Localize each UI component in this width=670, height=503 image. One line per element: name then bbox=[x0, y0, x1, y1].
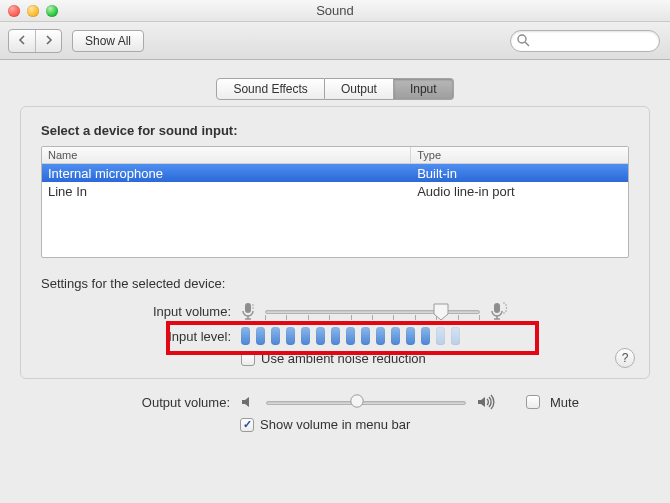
level-segment bbox=[331, 327, 340, 345]
tab-bar: Sound Effects Output Input bbox=[20, 78, 650, 100]
input-pane: Select a device for sound input: Name Ty… bbox=[20, 106, 650, 379]
output-volume-row: Output volume: Mute bbox=[40, 393, 630, 411]
device-table-header: Name Type bbox=[42, 147, 628, 164]
input-level-meter bbox=[241, 327, 460, 345]
microphone-low-icon bbox=[241, 301, 255, 321]
device-name: Internal microphone bbox=[42, 166, 411, 181]
window-title: Sound bbox=[0, 3, 670, 18]
microphone-high-icon bbox=[490, 301, 508, 321]
toolbar: Show All bbox=[0, 22, 670, 60]
device-settings-label: Settings for the selected device: bbox=[41, 276, 629, 291]
level-segment bbox=[391, 327, 400, 345]
column-type[interactable]: Type bbox=[411, 147, 628, 163]
forward-button[interactable] bbox=[35, 30, 61, 52]
level-segment bbox=[406, 327, 415, 345]
footer: Output volume: Mute bbox=[20, 393, 650, 432]
speaker-high-icon bbox=[476, 394, 496, 410]
search-field-wrapper bbox=[510, 30, 660, 52]
svg-point-0 bbox=[518, 35, 526, 43]
level-segment bbox=[301, 327, 310, 345]
search-input[interactable] bbox=[510, 30, 660, 52]
help-button[interactable]: ? bbox=[615, 348, 635, 368]
menubar-volume-row: Show volume in menu bar bbox=[240, 417, 630, 432]
svg-point-13 bbox=[505, 310, 506, 311]
tab-output[interactable]: Output bbox=[325, 78, 394, 100]
level-segment bbox=[241, 327, 250, 345]
tab-input[interactable]: Input bbox=[394, 78, 454, 100]
input-volume-row: Input volume: bbox=[41, 301, 629, 321]
ambient-noise-row: Use ambient noise reduction bbox=[241, 351, 629, 366]
svg-point-5 bbox=[252, 304, 253, 305]
device-name: Line In bbox=[42, 184, 411, 199]
svg-line-1 bbox=[525, 42, 529, 46]
device-row[interactable]: Line In Audio line-in port bbox=[42, 182, 628, 200]
svg-point-6 bbox=[252, 307, 253, 308]
svg-rect-7 bbox=[494, 303, 500, 313]
svg-point-10 bbox=[503, 302, 504, 303]
input-volume-label: Input volume: bbox=[41, 304, 241, 319]
device-table: Name Type Internal microphone Built-in L… bbox=[41, 146, 629, 258]
chevron-left-icon bbox=[17, 35, 27, 45]
speaker-low-icon bbox=[240, 394, 256, 410]
search-icon bbox=[517, 34, 530, 50]
titlebar: Sound bbox=[0, 0, 670, 22]
input-level-label: Input level: bbox=[41, 329, 241, 344]
level-segment bbox=[421, 327, 430, 345]
show-all-button[interactable]: Show All bbox=[72, 30, 144, 52]
content: Sound Effects Output Input Select a devi… bbox=[0, 60, 670, 442]
svg-rect-2 bbox=[245, 303, 251, 313]
input-level-row: Input level: bbox=[41, 327, 629, 345]
level-segment bbox=[346, 327, 355, 345]
svg-point-12 bbox=[506, 307, 507, 308]
mute-label: Mute bbox=[550, 395, 579, 410]
level-segment bbox=[361, 327, 370, 345]
level-segment bbox=[286, 327, 295, 345]
ambient-noise-checkbox[interactable] bbox=[241, 352, 255, 366]
menubar-volume-label: Show volume in menu bar bbox=[260, 417, 410, 432]
device-row[interactable]: Internal microphone Built-in bbox=[42, 164, 628, 182]
column-name[interactable]: Name bbox=[42, 147, 411, 163]
device-select-label: Select a device for sound input: bbox=[41, 123, 629, 138]
svg-point-11 bbox=[505, 304, 506, 305]
mute-checkbox[interactable] bbox=[526, 395, 540, 409]
level-segment bbox=[436, 327, 445, 345]
device-type: Audio line-in port bbox=[411, 184, 628, 199]
svg-point-15 bbox=[351, 395, 363, 407]
output-volume-label: Output volume: bbox=[40, 395, 240, 410]
device-type: Built-in bbox=[411, 166, 628, 181]
back-button[interactable] bbox=[9, 30, 35, 52]
chevron-right-icon bbox=[44, 35, 54, 45]
level-segment bbox=[271, 327, 280, 345]
level-segment bbox=[451, 327, 460, 345]
svg-point-14 bbox=[503, 312, 504, 313]
level-segment bbox=[316, 327, 325, 345]
output-volume-slider[interactable] bbox=[266, 393, 466, 411]
menubar-volume-checkbox[interactable] bbox=[240, 418, 254, 432]
level-segment bbox=[256, 327, 265, 345]
ambient-noise-label: Use ambient noise reduction bbox=[261, 351, 426, 366]
tab-sound-effects[interactable]: Sound Effects bbox=[216, 78, 325, 100]
nav-segment bbox=[8, 29, 62, 53]
input-volume-slider[interactable] bbox=[265, 302, 480, 320]
level-segment bbox=[376, 327, 385, 345]
